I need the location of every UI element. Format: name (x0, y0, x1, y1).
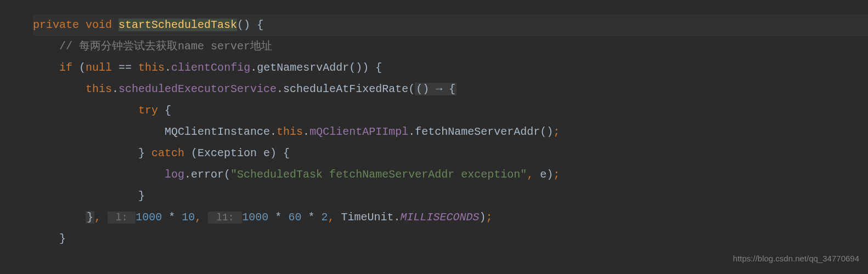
code-editor[interactable]: private void startScheduledTask() { // 每… (0, 0, 868, 249)
param-hint: l: (108, 212, 136, 224)
number: 1000 (242, 211, 268, 224)
dot: . (112, 83, 119, 95)
comma: , (195, 211, 208, 224)
method-call: error( (191, 168, 230, 181)
catch-params: (Exception e) { (184, 147, 290, 159)
code-line[interactable]: log.error("ScheduledTask fetchNameServer… (33, 164, 868, 185)
keyword-if: if (59, 61, 79, 74)
paren: ) (480, 211, 486, 224)
method-call: fetchNameServerAddr() (415, 125, 553, 138)
operator: == (112, 61, 138, 74)
keyword-private: private (33, 19, 79, 31)
dot: . (408, 125, 415, 138)
keyword-try: try (138, 104, 158, 117)
comma: , (94, 211, 108, 224)
parens: () (237, 19, 250, 31)
brace: { (250, 19, 263, 31)
method-call: scheduleAtFixedRate( (283, 83, 415, 95)
number: 10 (182, 211, 195, 224)
dot: . (250, 61, 257, 74)
lambda: () → { (415, 83, 456, 95)
code-line[interactable]: if (null == this.clientConfig.getNamesrv… (33, 57, 868, 78)
method-call: getNamesrvAddr()) { (257, 61, 382, 74)
string-literal: "ScheduledTask fetchNameServerAddr excep… (230, 168, 527, 181)
semicolon: ; (553, 125, 560, 138)
keyword-this: this (86, 83, 112, 95)
semicolon: ; (553, 168, 560, 181)
keyword-void: void (86, 19, 112, 31)
code-line[interactable]: } (33, 228, 868, 249)
dot: . (303, 125, 309, 138)
keyword-null: null (86, 61, 112, 74)
dot: . (165, 61, 171, 74)
code-line[interactable]: }, l: 1000 * 10, l1: 1000 * 60 * 2, Time… (33, 207, 868, 228)
comma: , (328, 211, 341, 224)
brace: } (138, 147, 151, 159)
field: log (165, 168, 184, 181)
dot: . (277, 83, 283, 95)
param-hint: l1: (208, 212, 242, 224)
class-ref: TimeUnit. (341, 211, 400, 224)
dot: . (184, 168, 191, 181)
semicolon: ; (486, 211, 493, 224)
number: 60 (288, 211, 301, 224)
comma: , (527, 168, 540, 181)
code-content[interactable]: private void startScheduledTask() { // 每… (0, 0, 868, 249)
field: mQClientAPIImpl (309, 125, 408, 138)
operator: * (301, 211, 321, 224)
code-line[interactable]: private void startScheduledTask() { (33, 14, 868, 36)
code-line[interactable]: } (33, 185, 868, 207)
number: 2 (321, 211, 328, 224)
keyword-this: this (277, 125, 303, 138)
code-line[interactable]: MQClientInstance.this.mQClientAPIImpl.fe… (33, 121, 868, 142)
paren: ( (79, 61, 86, 74)
brace: } (138, 190, 145, 202)
watermark-text: https://blog.csdn.net/qq_34770694 (733, 250, 859, 266)
field: scheduledExecutorService (119, 83, 277, 95)
comment: // 每两分钟尝试去获取name server地址 (59, 40, 272, 53)
code-line[interactable]: // 每两分钟尝试去获取name server地址 (33, 36, 868, 57)
code-line[interactable]: try { (33, 100, 868, 121)
arg: e) (540, 168, 553, 181)
number: 1000 (136, 211, 162, 224)
brace: { (158, 104, 171, 117)
brace: } (59, 232, 66, 245)
keyword-catch: catch (151, 147, 184, 159)
method-name: startScheduledTask (119, 19, 237, 31)
operator: * (268, 211, 288, 224)
code-line[interactable]: this.scheduledExecutorService.scheduleAt… (33, 78, 868, 100)
field: clientConfig (171, 61, 250, 74)
constant: MILLISECONDS (400, 211, 479, 224)
code-line[interactable]: } catch (Exception e) { (33, 142, 868, 164)
brace: } (86, 211, 94, 224)
operator: * (162, 211, 182, 224)
keyword-this: this (138, 61, 165, 74)
class-ref: MQClientInstance. (165, 125, 277, 138)
